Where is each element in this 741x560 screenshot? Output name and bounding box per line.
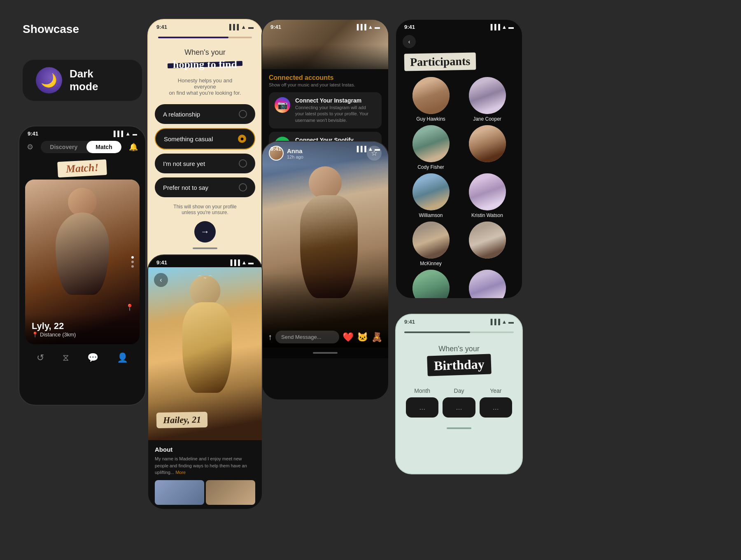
hailey-more-link[interactable]: More [175, 470, 186, 475]
back-button[interactable]: ‹ [403, 35, 416, 48]
anna-emoji-row: ❤️ 🐱 🧸 [343, 332, 382, 343]
home-indicator-anna [262, 348, 388, 358]
participant-mckinney[interactable]: McKinney [403, 222, 459, 266]
dark-mode-icon: 🌙 [36, 67, 62, 93]
radio-prefer-not [239, 183, 247, 191]
dot-indicator [131, 256, 134, 268]
looking-header: When's your hoping to find Honesty helps… [148, 32, 262, 96]
match-card[interactable]: 📍 Lyly, 22 📍 Distance (3km) [25, 180, 140, 344]
avatar-guy-hawkins [412, 77, 450, 114]
cat-emoji[interactable]: 🐱 [357, 332, 368, 343]
participant-eleanor-pena[interactable]: Eleanor Pena [459, 270, 515, 299]
participant-guy-hawkins[interactable]: Guy Hawkins [403, 77, 459, 122]
chat-icon[interactable]: 💬 [87, 352, 98, 363]
option-casual[interactable]: Something casual ● [155, 128, 255, 149]
year-btn[interactable]: ... [480, 397, 512, 418]
participant-jane-cooper[interactable]: Jane Cooper [459, 77, 515, 122]
birthday-progress-fill [404, 331, 470, 333]
looking-footer-text: This will show on your profileunless you… [158, 204, 252, 215]
looking-progress-bar [158, 37, 252, 38]
avatar-simmons [412, 270, 450, 299]
avatar-jane-cooper [469, 77, 506, 114]
hailey-name: Hailey, 21 [163, 414, 201, 425]
hailey-photo-1 [155, 480, 204, 505]
filter-icon[interactable]: ⧖ [63, 352, 69, 363]
hailey-back-button[interactable]: ‹ [154, 273, 168, 287]
hailey-about-text: My name is Madeline and I enjoy meet new… [155, 455, 255, 476]
hailey-photo-bg: ‹ ⌒ ~ ⌒ Hailey, 21 [148, 267, 262, 440]
profile-icon[interactable]: 👤 [117, 352, 128, 363]
radio-relationship [239, 110, 247, 118]
tab-discovery[interactable]: Discovery [41, 141, 86, 153]
day-btn[interactable]: ... [443, 397, 475, 418]
distance-icon: 📍 [32, 331, 38, 338]
avatar-empty-2 [469, 222, 506, 259]
decorative-birds: ⌒ ~ ⌒ [197, 275, 213, 282]
birthday-progress [404, 331, 514, 333]
birthday-title: When's your Birthday [404, 345, 514, 375]
option-prefer-not[interactable]: Prefer not to say [155, 177, 255, 197]
looking-subtitle: Honesty helps you and everyoneon find wh… [158, 77, 252, 96]
status-bar-connected: 9:41 ▐▐▐ ▲ ▬ [262, 20, 388, 32]
looking-next-button[interactable]: → [194, 221, 216, 243]
participant-williamson[interactable]: Williamson [403, 173, 459, 218]
participant-simmons[interactable]: Simmons [403, 270, 459, 299]
anna-bottom-bar: ↑ Send Message... ❤️ 🐱 🧸 [262, 327, 388, 348]
day-label: Day [443, 387, 475, 394]
status-bar-match: 9:41 ▐▐▐ ▲ ▬ [19, 126, 145, 138]
radio-notsure [239, 159, 247, 168]
phone-match: 9:41 ▐▐▐ ▲ ▬ ⚙ Discovery Match 🔔 Match! [19, 126, 146, 406]
avatar-mckinney [412, 222, 450, 259]
instagram-desc: Connecting your Instagram will add your … [295, 105, 376, 124]
dark-mode-text: Dark mode [70, 68, 98, 93]
phone-participants: 9:41 ▐▐▐ ▲ ▬ ‹ Participants Guy Hawkins … [395, 19, 523, 299]
avatar-williamson [412, 173, 450, 210]
birthday-pickers: Month ... Day ... Year ... [404, 387, 514, 418]
participant-kristin-watson[interactable]: Kristin Watson [459, 173, 515, 218]
tab-match[interactable]: Match [86, 141, 121, 153]
match-card-overlay: Lyly, 22 📍 Distance (3km) [25, 314, 140, 344]
name-mckinney: McKinney [420, 261, 442, 266]
settings-icon[interactable]: ⚙ [27, 142, 33, 152]
name-cody-fisher: Cody Fisher [417, 164, 444, 170]
home-indicator-birthday [447, 427, 471, 429]
avatar-kristin-watson [469, 173, 506, 210]
bell-icon[interactable]: 🔔 [129, 142, 138, 152]
match-person-name: Lyly, 22 [32, 321, 133, 331]
hailey-about-title: About [155, 446, 255, 453]
avatar-cody-fisher [412, 125, 450, 162]
option-relationship[interactable]: A relationship [155, 104, 255, 124]
phone-hailey: 9:41 ▐▐▐ ▲ ▬ ‹ ⌒ ~ ⌒ Hailey, 21 About My… [147, 254, 263, 510]
bear-emoji[interactable]: 🧸 [371, 332, 382, 343]
participants-back: ‹ [396, 32, 522, 50]
birthday-year-picker: Year ... [480, 387, 512, 418]
undo-icon[interactable]: ↺ [37, 352, 44, 363]
instagram-account[interactable]: 📷 Connect Your Instagram Connecting your… [269, 92, 382, 128]
instagram-icon: 📷 [275, 97, 290, 113]
looking-title-top: When's your [158, 48, 252, 57]
share-icon[interactable]: ↑ [268, 332, 272, 342]
name-guy-hawkins: Guy Hawkins [416, 116, 445, 122]
dark-mode-badge: 🌙 Dark mode [23, 60, 142, 101]
anna-person-image [262, 142, 388, 348]
connected-title: Connected accounts [269, 74, 382, 82]
radio-casual: ● [238, 135, 246, 143]
participants-title-sticker: Participants [404, 52, 476, 71]
birthday-day-picker: Day ... [443, 387, 475, 418]
birthday-when-text: When's your [404, 345, 514, 353]
month-btn[interactable]: ... [406, 397, 438, 418]
status-bar-anna: 9:41 ▐▐▐ ▲ ▬ [262, 142, 388, 154]
year-label: Year [480, 387, 512, 394]
looking-footer: This will show on your profileunless you… [148, 197, 262, 243]
participant-cody-fisher[interactable]: Cody Fisher [412, 125, 450, 170]
home-indicator [193, 247, 217, 249]
option-notsure[interactable]: I'm not sure yet [155, 154, 255, 173]
avatar-eleanor-pena [469, 270, 506, 299]
match-nav: ⚙ Discovery Match 🔔 [19, 138, 145, 157]
anna-message-input[interactable]: Send Message... [275, 331, 339, 343]
birthday-month-picker: Month ... [406, 387, 438, 418]
participant-empty-1 [459, 125, 515, 170]
status-bar-hailey: 9:41 ▐▐▐ ▲ ▬ [148, 255, 262, 267]
connected-subtitle: Show off your music and your latest Inst… [269, 82, 382, 87]
heart-emoji[interactable]: ❤️ [343, 332, 354, 343]
